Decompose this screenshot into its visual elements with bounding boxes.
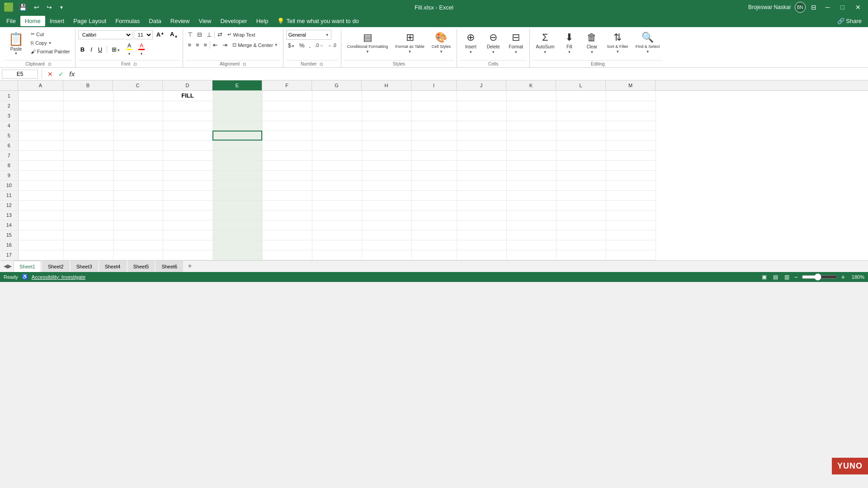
cell-D2[interactable] [163, 101, 212, 111]
cell-G9[interactable] [312, 170, 362, 180]
cell-A13[interactable] [18, 210, 63, 220]
formula-confirm-button[interactable]: ✓ [57, 70, 66, 79]
cell-J4[interactable] [457, 121, 506, 131]
cell-G2[interactable] [312, 101, 362, 111]
cell-I13[interactable] [411, 210, 457, 220]
col-header-F[interactable]: F [262, 80, 312, 90]
col-header-C[interactable]: C [113, 80, 163, 90]
cell-C9[interactable] [113, 170, 163, 180]
italic-button[interactable]: I [88, 45, 94, 54]
cell-J11[interactable] [457, 190, 506, 200]
format-button[interactable]: ⊟ Format ▼ [505, 30, 527, 56]
cell-D5[interactable] [163, 131, 212, 141]
cell-L16[interactable] [556, 240, 606, 250]
menu-item-page-layout[interactable]: Page Layout [69, 16, 111, 26]
col-header-G[interactable]: G [312, 80, 362, 90]
cell-A17[interactable] [18, 250, 63, 260]
cell-H6[interactable] [362, 141, 411, 150]
row-header-6[interactable]: 6 [0, 141, 18, 150]
row-header-2[interactable]: 2 [0, 101, 18, 111]
col-header-K[interactable]: K [506, 80, 556, 90]
cell-E10[interactable] [212, 180, 262, 190]
cell-K17[interactable] [506, 250, 556, 260]
cell-F15[interactable] [262, 230, 312, 240]
cell-K10[interactable] [506, 180, 556, 190]
cell-C14[interactable] [113, 220, 163, 230]
conditional-formatting-button[interactable]: ▤ Conditional Formatting ▼ [344, 30, 392, 56]
maximize-button[interactable]: □ [837, 2, 848, 13]
quick-access-undo[interactable]: ↩ [32, 3, 41, 12]
cell-B7[interactable] [63, 150, 113, 160]
comma-button[interactable]: , [307, 41, 312, 50]
merge-center-button[interactable]: ⊡ Merge & Center ▼ [230, 41, 280, 49]
cell-I2[interactable] [411, 101, 457, 111]
cell-D9[interactable] [163, 170, 212, 180]
align-top-button[interactable]: ⊤ [186, 30, 194, 39]
cell-E2[interactable] [212, 101, 262, 111]
paste-dropdown-arrow[interactable]: ▼ [14, 52, 18, 56]
row-header-11[interactable]: 11 [0, 190, 18, 200]
col-header-A[interactable]: A [18, 80, 63, 90]
decrease-indent-button[interactable]: ⇤ [211, 40, 220, 50]
cell-E7[interactable] [212, 150, 262, 160]
cell-M5[interactable] [606, 131, 656, 141]
copy-button[interactable]: ⎘ Copy ▼ [28, 39, 72, 47]
cell-B2[interactable] [63, 101, 113, 111]
cell-D15[interactable] [163, 230, 212, 240]
cell-L12[interactable] [556, 200, 606, 210]
cell-D13[interactable] [163, 210, 212, 220]
cell-D4[interactable] [163, 121, 212, 131]
cell-F4[interactable] [262, 121, 312, 131]
quick-access-redo[interactable]: ↪ [45, 3, 54, 12]
cell-M16[interactable] [606, 240, 656, 250]
cell-M15[interactable] [606, 230, 656, 240]
cell-L1[interactable] [556, 91, 606, 101]
format-painter-button[interactable]: 🖌 Format Painter [28, 47, 72, 56]
cell-E15[interactable] [212, 230, 262, 240]
wrap-text-button[interactable]: ↵ Wrap Text [225, 30, 257, 39]
row-header-1[interactable]: 1 [0, 91, 18, 101]
cell-L11[interactable] [556, 190, 606, 200]
cell-G8[interactable] [312, 160, 362, 170]
menu-item-formulas[interactable]: Formulas [111, 16, 144, 26]
cell-E8[interactable] [212, 160, 262, 170]
font-color-button[interactable]: A ▼ [136, 42, 147, 57]
cell-B5[interactable] [63, 131, 113, 141]
formula-input[interactable] [78, 70, 866, 78]
increase-indent-button[interactable]: ⇥ [221, 40, 229, 50]
font-expand-icon[interactable]: ⊡ [133, 62, 137, 66]
cell-A12[interactable] [18, 200, 63, 210]
cell-J17[interactable] [457, 250, 506, 260]
share-button[interactable]: 🔗 Share [833, 16, 866, 26]
cell-D1[interactable]: FILL [163, 91, 212, 101]
cell-K11[interactable] [506, 190, 556, 200]
cell-B14[interactable] [63, 220, 113, 230]
cell-G7[interactable] [312, 150, 362, 160]
row-header-8[interactable]: 8 [0, 160, 18, 170]
row-header-12[interactable]: 12 [0, 200, 18, 210]
cell-L13[interactable] [556, 210, 606, 220]
menu-item-review[interactable]: Review [166, 16, 194, 26]
format-as-table-button[interactable]: ⊞ Format as Table ▼ [392, 30, 427, 56]
cell-L3[interactable] [556, 111, 606, 121]
sheet-nav-left[interactable]: ◀ [4, 263, 8, 269]
align-bottom-button[interactable]: ⊥ [205, 30, 213, 39]
cell-L4[interactable] [556, 121, 606, 131]
clear-button[interactable]: 🗑 Clear ▼ [581, 30, 603, 56]
cell-L10[interactable] [556, 180, 606, 190]
cell-E5[interactable] [212, 131, 262, 141]
cell-M9[interactable] [606, 170, 656, 180]
cell-F7[interactable] [262, 150, 312, 160]
cell-F5[interactable] [262, 131, 312, 141]
cell-L14[interactable] [556, 220, 606, 230]
decrease-decimal-button[interactable]: ←.0 [326, 42, 338, 49]
cell-J10[interactable] [457, 180, 506, 190]
add-sheet-button[interactable]: + [184, 261, 195, 272]
menu-item-file[interactable]: File [2, 16, 20, 26]
zoom-slider[interactable] [802, 273, 838, 281]
cell-C1[interactable] [113, 91, 163, 101]
minimize-button[interactable]: ─ [822, 2, 834, 13]
cell-J6[interactable] [457, 141, 506, 150]
cell-F13[interactable] [262, 210, 312, 220]
cell-H3[interactable] [362, 111, 411, 121]
